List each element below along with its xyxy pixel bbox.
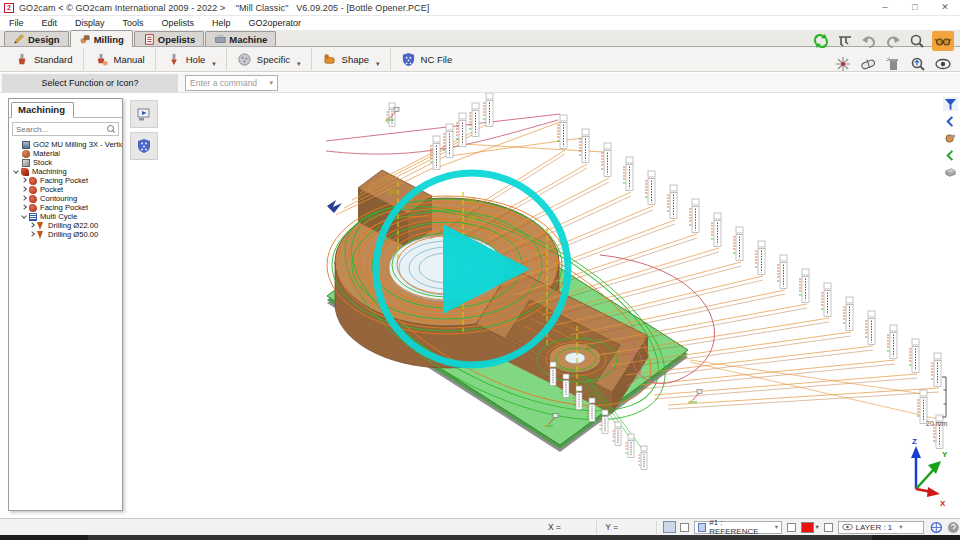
manual-button[interactable]: Manual [84, 48, 156, 70]
menu-display[interactable]: Display [66, 18, 114, 28]
color-checkbox[interactable] [824, 523, 833, 532]
grid-toggle-icon[interactable] [663, 521, 676, 533]
tree-item-contouring[interactable]: Contouring [9, 194, 122, 203]
menu-help[interactable]: Help [203, 18, 240, 28]
status-bar: X = 15.667 Y = -27.547 #1 : REFERENCE ▾ … [0, 518, 960, 535]
zoom-icon[interactable] [908, 32, 926, 50]
hole-button[interactable]: Hole▾ [156, 48, 227, 70]
list-icon [143, 33, 155, 45]
title-bar: 2 GO2cam < © GO2cam International 2009 -… [0, 0, 960, 16]
search-input[interactable] [16, 125, 104, 134]
depth-label-49: 49 [467, 214, 476, 223]
tree-item-drilling-22[interactable]: Drilling Ø22.00 [9, 221, 122, 230]
depth-label-22: 22 [586, 342, 595, 351]
expander-icon[interactable] [29, 231, 36, 238]
tool-library-button[interactable] [130, 132, 158, 160]
color-dropdown-icon[interactable]: ▾ [815, 523, 818, 531]
color-swatch[interactable] [801, 522, 815, 533]
tree-item-pocket[interactable]: Pocket [9, 185, 122, 194]
tree-item-facing-pocket-2[interactable]: Facing Pocket [9, 203, 122, 212]
specific-button[interactable]: Specific▾ [227, 48, 312, 70]
chevron-left-blue-icon[interactable] [943, 114, 958, 128]
expander-icon[interactable] [21, 177, 28, 184]
caliper-icon[interactable] [836, 32, 854, 50]
tree-item-multi-cycle[interactable]: Multi Cycle [9, 212, 122, 221]
command-dropdown-icon[interactable]: ▾ [269, 79, 273, 87]
machine-icon [22, 141, 30, 149]
specific-dropdown-icon[interactable]: ▾ [297, 60, 301, 70]
tab-opelists[interactable]: Opelists [134, 31, 205, 46]
machining-tree: GO2 MU Milling 3X - Vertical Material St… [9, 140, 122, 239]
machining-panel: Machining GO2 MU Milling 3X - Vertical M… [8, 98, 123, 511]
stock-icon [22, 159, 30, 167]
tree-item-drilling-50[interactable]: Drilling Ø50.00 [9, 230, 122, 239]
machine-icon [214, 33, 226, 45]
tab-machine[interactable]: Machine [205, 31, 276, 46]
undo-icon[interactable] [860, 32, 878, 50]
layer-dropdown-icon[interactable]: ▾ [899, 523, 902, 531]
search-box[interactable] [12, 122, 119, 136]
close-button[interactable]: ✕ [930, 0, 960, 15]
expander-icon[interactable] [29, 222, 36, 229]
shape-tool-icon [322, 52, 337, 67]
stock-block-icon[interactable] [943, 165, 958, 179]
side-buttons [130, 100, 158, 160]
tree-item-facing-pocket-1[interactable]: Facing Pocket [9, 176, 122, 185]
zoom-in-icon[interactable] [909, 55, 927, 73]
tool-icon[interactable] [943, 131, 958, 145]
contour-icon [29, 195, 37, 203]
reference-checkbox[interactable] [787, 523, 796, 532]
chevron-left-green-icon[interactable] [943, 148, 958, 162]
axis-y-label: Y [942, 450, 948, 459]
tab-milling[interactable]: Milling [70, 30, 133, 47]
sync-icon[interactable] [812, 32, 830, 50]
nc-file-button[interactable]: NC File [391, 48, 463, 70]
layer-eye-icon [842, 523, 853, 531]
menu-file[interactable]: File [0, 18, 33, 28]
hole-dropdown-icon[interactable]: ▾ [212, 60, 216, 70]
eraser-icon[interactable] [859, 55, 877, 73]
filter-icon[interactable] [943, 97, 958, 111]
layer-select[interactable]: LAYER : 1 ▾ [838, 521, 924, 534]
grid-checkbox[interactable] [680, 523, 689, 532]
menu-opelists[interactable]: Opelists [153, 18, 204, 28]
drill-icon [37, 231, 43, 239]
pocket-icon [29, 204, 37, 212]
tool-shield-icon [136, 138, 152, 154]
command-input[interactable]: Enter a command ▾ [185, 75, 278, 91]
milling-tool-icon [79, 33, 91, 45]
expander-icon[interactable] [21, 213, 28, 220]
specific-sphere-icon [237, 52, 252, 67]
shape-button[interactable]: Shape▾ [312, 48, 391, 70]
tree-item-material[interactable]: Material [9, 149, 122, 158]
menu-tools[interactable]: Tools [114, 18, 153, 28]
minimize-button[interactable]: – [870, 0, 900, 15]
simulation-button[interactable] [130, 100, 158, 128]
tool-axis-icon[interactable] [834, 55, 852, 73]
standard-tool-icon [14, 52, 29, 67]
clean-icon[interactable] [884, 55, 902, 73]
tab-design[interactable]: Design [4, 31, 69, 46]
shape-dropdown-icon[interactable]: ▾ [376, 60, 380, 70]
axis-globe-icon[interactable] [930, 521, 943, 534]
glasses-icon[interactable] [932, 31, 954, 51]
pocket-icon [29, 186, 37, 194]
reference-select[interactable]: #1 : REFERENCE ▾ [694, 521, 782, 534]
help-icon[interactable] [947, 521, 960, 534]
standard-button[interactable]: Standard [4, 48, 84, 70]
reference-dropdown-icon[interactable]: ▾ [775, 523, 778, 531]
tree-item-stock[interactable]: Stock [9, 158, 122, 167]
expander-icon[interactable] [21, 186, 28, 193]
tree-item-machining[interactable]: Machining [9, 167, 122, 176]
expander-icon[interactable] [13, 168, 20, 175]
expander-icon[interactable] [21, 204, 28, 211]
maximize-button[interactable]: □ [900, 0, 930, 15]
menu-go2operator[interactable]: GO2operator [240, 18, 311, 28]
tree-item-machine[interactable]: GO2 MU Milling 3X - Vertical [9, 140, 122, 149]
eye-icon[interactable] [934, 55, 952, 73]
drill-icon [37, 222, 43, 230]
menu-edit[interactable]: Edit [33, 18, 67, 28]
tab-machining-panel[interactable]: Machining [11, 102, 74, 118]
expander-icon[interactable] [21, 195, 28, 202]
redo-icon[interactable] [884, 32, 902, 50]
